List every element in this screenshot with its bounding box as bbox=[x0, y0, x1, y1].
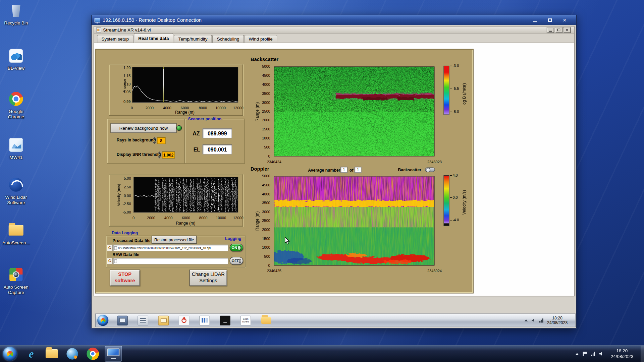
backscatter-intensity-plot bbox=[274, 66, 435, 156]
host-tray-expand-icon[interactable] bbox=[576, 353, 579, 355]
remote-start-button[interactable] bbox=[97, 315, 108, 326]
backscatter-ytick: 3000 bbox=[256, 101, 270, 105]
app-titlebar[interactable]: StreamLine XR v14-6.vi ✕ bbox=[94, 27, 574, 34]
processed-path-field[interactable]: C:\Lidar\Data\Proc\2023\202308\20230824\… bbox=[113, 245, 228, 251]
remote-taskbar-power-off-icon[interactable] bbox=[179, 315, 190, 325]
backscatter-ytick: 4000 bbox=[256, 82, 270, 86]
app-close-button[interactable]: ✕ bbox=[564, 27, 571, 33]
rdp-minimize-button[interactable] bbox=[529, 16, 540, 24]
raw-logging-off-toggle[interactable]: OFF bbox=[229, 257, 243, 265]
desktop-icon-autoscreen-folder[interactable]: AutoScreen... bbox=[2, 222, 30, 245]
ascope-ytick: 1.10 bbox=[117, 82, 131, 86]
windows-flag-icon bbox=[99, 317, 106, 324]
tab-temp-humidity[interactable]: Temp/humidity bbox=[174, 35, 212, 43]
velocity-xtick: 8000 bbox=[196, 216, 211, 220]
tab-real-time-data[interactable]: Real time data bbox=[134, 33, 173, 43]
backscatter-ytick: 1000 bbox=[256, 136, 270, 140]
stop-software-button[interactable]: STOPsoftware bbox=[110, 269, 140, 286]
tab-content: Backscatter A-scope 1.20 1.15 1.10 1.05 … bbox=[94, 43, 574, 296]
average-count-field[interactable]: 1 bbox=[355, 167, 362, 173]
taskbar-explorer-icon[interactable] bbox=[43, 346, 60, 362]
front-panel: Backscatter A-scope 1.20 1.15 1.10 1.05 … bbox=[95, 49, 473, 293]
remote-taskbar-folder-icon[interactable] bbox=[261, 315, 272, 325]
wind-lidar-icon bbox=[9, 178, 23, 192]
rdp-maximize-button[interactable] bbox=[544, 16, 555, 24]
remote-taskbar-calculator-icon[interactable] bbox=[138, 315, 148, 325]
ascope-xtick: 2000 bbox=[142, 106, 157, 110]
doppler-ytick: 3500 bbox=[256, 201, 270, 205]
backscatter-toggle[interactable] bbox=[425, 168, 435, 172]
desktop-icon-bl-view[interactable]: BL-View bbox=[2, 47, 30, 71]
backscatter-cbar-tick: -5.5 bbox=[450, 86, 459, 90]
rdp-close-button[interactable]: ✕ bbox=[559, 16, 570, 24]
host-network-icon[interactable] bbox=[591, 352, 595, 356]
action-center-flag-icon[interactable] bbox=[583, 352, 587, 356]
doppler-colorbar bbox=[443, 175, 449, 226]
tab-wind-profile[interactable]: Wind profile bbox=[244, 35, 277, 43]
renew-background-button[interactable]: Renew background now bbox=[110, 123, 176, 133]
app-minimize-button[interactable] bbox=[547, 27, 554, 33]
tab-system-setup[interactable]: System setup bbox=[97, 35, 133, 43]
doppler-ytick: 5000 bbox=[256, 174, 270, 178]
rays-spinner[interactable] bbox=[152, 137, 156, 144]
bl-view-icon bbox=[9, 49, 23, 63]
change-lidar-settings-button[interactable]: Change LiDARSettings bbox=[189, 269, 227, 286]
velocity-xtick: 10000 bbox=[214, 216, 228, 220]
host-clock[interactable]: 18:20 24/08/2023 bbox=[611, 348, 633, 360]
taskbar-rdp-icon[interactable] bbox=[105, 346, 122, 362]
desktop-icon-label: Recycle Bin bbox=[4, 20, 28, 25]
tab-scheduling[interactable]: Scheduling bbox=[212, 35, 244, 43]
taskbar-media-player-icon[interactable] bbox=[64, 346, 81, 362]
doppler-ytick: 2000 bbox=[256, 228, 270, 232]
backscatter-ytick: 3500 bbox=[256, 92, 270, 96]
desktop-icon-google-chrome[interactable]: Google Chrome bbox=[2, 90, 30, 119]
raw-path-field[interactable] bbox=[113, 258, 228, 264]
remote-taskbar-app-icon[interactable] bbox=[117, 315, 128, 325]
snr-value-field[interactable]: 1.002 bbox=[162, 152, 175, 159]
remote-tray-expand-icon[interactable] bbox=[525, 319, 528, 321]
renew-led-indicator bbox=[176, 125, 182, 131]
remote-network-icon[interactable] bbox=[539, 318, 543, 322]
ascope-x-axis-label: Range (m) bbox=[168, 110, 201, 114]
desktop-icon-mw41[interactable]: MW41 bbox=[2, 136, 30, 160]
velocity-ytick: -5.00 bbox=[117, 210, 131, 214]
velocity-ytick: 0.00 bbox=[117, 194, 131, 198]
data-logging-title: Data Logging bbox=[112, 231, 138, 235]
rdp-window: 192.168.0.150 - Remote Desktop Connectio… bbox=[91, 15, 577, 328]
doppler-ytick: 500 bbox=[256, 254, 270, 258]
desktop-icon-wind-lidar[interactable]: Wind Lidar Software bbox=[2, 176, 30, 205]
logging-label: Logging bbox=[225, 236, 241, 241]
backscatter-ytick: 1500 bbox=[256, 127, 270, 131]
rdp-titlebar[interactable]: 192.168.0.150 - Remote Desktop Connectio… bbox=[92, 15, 576, 25]
doppler-ytick: 0 bbox=[256, 263, 270, 267]
snr-spinner[interactable] bbox=[157, 152, 161, 159]
average-number-label: Average number bbox=[308, 168, 340, 172]
remote-taskbar-scan-sched-icon[interactable]: Scansched bbox=[240, 315, 251, 325]
host-start-button[interactable] bbox=[3, 347, 17, 361]
app-restore-button[interactable] bbox=[555, 27, 562, 33]
doppler-ytick: 1000 bbox=[256, 245, 270, 249]
remote-volume-icon[interactable] bbox=[532, 318, 536, 322]
host-show-desktop-button[interactable] bbox=[641, 345, 644, 362]
processed-drive-button[interactable]: C bbox=[107, 245, 112, 251]
remote-clock[interactable]: 18:20 24/08/2023 bbox=[547, 315, 568, 325]
chrome-icon bbox=[9, 92, 23, 106]
host-volume-icon[interactable] bbox=[599, 352, 603, 356]
taskbar-chrome-icon[interactable] bbox=[84, 346, 101, 362]
desktop-icon-auto-screen-capture[interactable]: Auto Screen Capture bbox=[2, 266, 30, 295]
velocity-xtick: 6000 bbox=[179, 216, 194, 220]
average-number-field[interactable]: 1 bbox=[340, 167, 347, 173]
doppler-xtick-start: 2346425 bbox=[267, 269, 281, 273]
remote-taskbar-window-icon[interactable] bbox=[158, 315, 169, 325]
remote-taskbar-xr-app-icon[interactable] bbox=[199, 315, 210, 325]
ascope-xtick: 4000 bbox=[160, 106, 174, 110]
raw-drive-button[interactable]: C bbox=[107, 258, 112, 264]
desktop-icon-recycle-bin[interactable]: Recycle Bin bbox=[2, 2, 30, 26]
velocity-ytick: 2.50 bbox=[117, 185, 131, 189]
rays-value-field[interactable]: 8 bbox=[157, 137, 166, 144]
taskbar-internet-explorer-icon[interactable]: e bbox=[22, 346, 40, 362]
processed-logging-on-toggle[interactable]: ON bbox=[229, 244, 243, 251]
remote-taskbar-console-icon[interactable] bbox=[220, 315, 230, 325]
restart-processed-file-button[interactable]: Restart processed file bbox=[152, 236, 197, 244]
background-controls-group: Renew background now Rays in background … bbox=[107, 119, 185, 164]
